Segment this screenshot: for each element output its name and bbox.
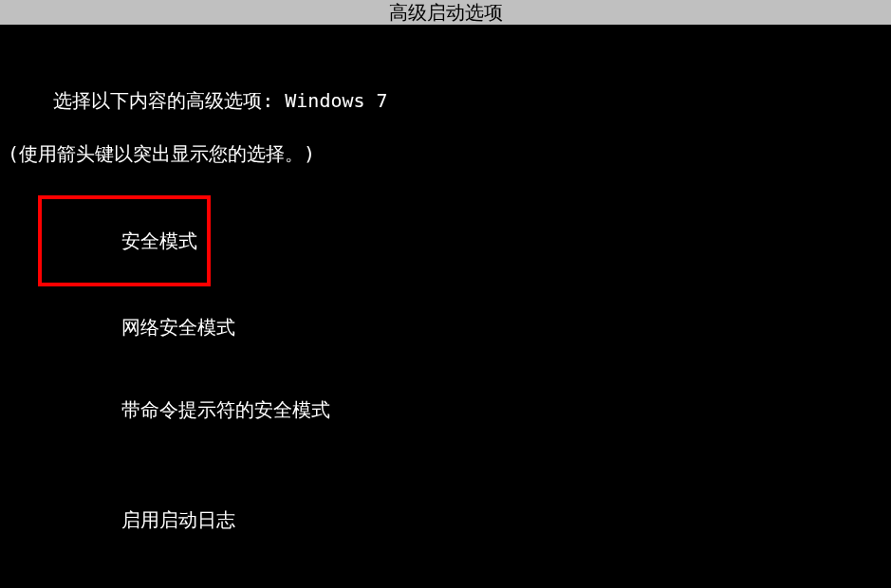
prompt-line: 选择以下内容的高级选项: Windows 7: [0, 61, 891, 140]
boot-menu-content: 选择以下内容的高级选项: Windows 7 (使用箭头键以突出显示您的选择。)…: [0, 25, 891, 588]
hint-line: (使用箭头键以突出显示您的选择。): [0, 140, 891, 167]
menu-item-safe-mode-networking[interactable]: 网络安全模式: [0, 286, 891, 369]
menu-group-1: 安全模式 网络安全模式 带命令提示符的安全模式: [0, 195, 891, 451]
menu-item-label: 带命令提示符的安全模式: [121, 398, 330, 421]
menu-item-boot-logging[interactable]: 启用启动日志: [0, 479, 891, 561]
title-text: 高级启动选项: [389, 1, 503, 24]
os-name: Windows 7: [285, 89, 387, 112]
menu-item-safe-mode[interactable]: 安全模式: [38, 195, 211, 286]
spacer-1: [0, 451, 891, 479]
hint-text: (使用箭头键以突出显示您的选择。): [8, 142, 315, 165]
title-bar: 高级启动选项: [0, 0, 891, 25]
menu-item-safe-mode-cmd[interactable]: 带命令提示符的安全模式: [0, 369, 891, 451]
menu-item-label: 安全模式: [121, 230, 197, 252]
menu-item-label: 启用启动日志: [121, 508, 235, 531]
prompt-prefix: 选择以下内容的高级选项:: [53, 89, 273, 112]
menu-item-label: 网络安全模式: [121, 316, 235, 339]
menu-item-low-res-video[interactable]: 启用低分辨率视频(640x480): [0, 561, 891, 588]
menu-group-2: 启用启动日志 启用低分辨率视频(640x480) 最近一次的正确配置(高级) 目…: [0, 479, 891, 588]
